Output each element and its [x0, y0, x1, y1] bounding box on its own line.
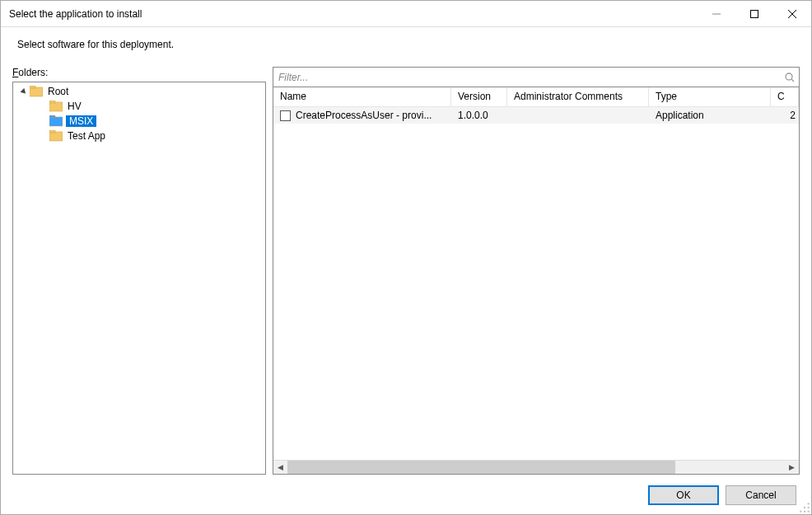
folder-icon — [30, 86, 43, 97]
filter-wrap — [273, 67, 800, 87]
application-list: Name Version Administrator Comments Type… — [273, 87, 800, 475]
column-header-version[interactable]: Version — [451, 87, 507, 106]
tree-label: Test App — [66, 130, 107, 142]
horizontal-scrollbar[interactable]: ◀ ▶ — [273, 460, 799, 474]
cell-type: Application — [649, 110, 771, 121]
tree-label: Root — [46, 86, 70, 97]
list-headers: Name Version Administrator Comments Type… — [273, 87, 799, 107]
app-name: CreateProcessAsUser - provi... — [296, 110, 432, 121]
svg-rect-7 — [49, 101, 55, 103]
folder-icon — [49, 130, 63, 142]
cell-name: CreateProcessAsUser - provi... — [273, 110, 451, 121]
svg-rect-5 — [30, 86, 35, 88]
expander-icon[interactable] — [18, 88, 30, 96]
minimize-button[interactable] — [698, 1, 735, 26]
folder-tree[interactable]: Root HV MSIX — [12, 82, 266, 475]
window-controls — [698, 1, 811, 26]
ok-button[interactable]: OK — [648, 485, 719, 505]
column-header-admin[interactable]: Administrator Comments — [507, 87, 649, 106]
dialog-content: Select software for this deployment. Fol… — [1, 27, 811, 514]
svg-point-14 — [808, 503, 810, 504]
dialog-buttons: OK Cancel — [12, 475, 800, 508]
svg-rect-11 — [49, 130, 55, 133]
close-button[interactable] — [773, 1, 811, 26]
svg-rect-8 — [49, 117, 63, 126]
svg-rect-1 — [751, 10, 758, 17]
tree-item-hv[interactable]: HV — [13, 99, 265, 114]
tree-label: HV — [66, 101, 83, 112]
titlebar: Select the application to install — [1, 1, 811, 27]
minimize-icon — [712, 10, 721, 18]
resize-grip-icon[interactable] — [799, 502, 810, 513]
folder-icon — [49, 101, 63, 112]
column-header-type[interactable]: Type — [649, 87, 771, 106]
scroll-thumb[interactable] — [287, 461, 675, 474]
tree-label: MSIX — [66, 115, 96, 127]
scroll-right-icon[interactable]: ▶ — [785, 461, 799, 475]
cell-extra: 2 — [771, 110, 799, 121]
folders-label: Folders: — [12, 67, 266, 78]
tree-item-root[interactable]: Root — [13, 84, 265, 99]
svg-rect-4 — [30, 87, 43, 96]
svg-rect-6 — [49, 102, 63, 111]
folder-icon — [49, 115, 63, 127]
svg-line-13 — [791, 79, 794, 82]
dialog-window: Select the application to install Select… — [0, 0, 812, 515]
svg-point-18 — [804, 511, 805, 513]
maximize-button[interactable] — [735, 1, 773, 26]
checkbox[interactable] — [280, 110, 291, 121]
cell-version: 1.0.0.0 — [451, 110, 507, 121]
close-icon — [788, 10, 796, 18]
scroll-track[interactable] — [287, 461, 785, 474]
svg-point-17 — [800, 511, 801, 513]
search-icon[interactable] — [781, 72, 799, 83]
scroll-left-icon[interactable]: ◀ — [273, 461, 287, 475]
svg-point-16 — [808, 507, 810, 508]
tree-item-msix[interactable]: MSIX — [13, 114, 265, 129]
window-title: Select the application to install — [9, 8, 698, 20]
svg-rect-10 — [49, 132, 63, 141]
svg-rect-9 — [49, 115, 55, 118]
svg-point-12 — [786, 73, 792, 80]
svg-point-19 — [808, 511, 810, 513]
filter-input[interactable] — [273, 70, 781, 85]
column-header-extra[interactable]: C — [771, 87, 799, 106]
column-header-name[interactable]: Name — [273, 87, 451, 106]
maximize-icon — [750, 10, 758, 18]
cancel-button[interactable]: Cancel — [726, 485, 796, 505]
list-column: Name Version Administrator Comments Type… — [273, 67, 800, 475]
svg-point-15 — [804, 507, 805, 508]
list-item[interactable]: CreateProcessAsUser - provi... 1.0.0.0 A… — [273, 107, 799, 124]
folders-column: Folders: Root — [12, 67, 266, 475]
body-panels: Folders: Root — [12, 67, 800, 475]
tree-item-testapp[interactable]: Test App — [13, 129, 265, 143]
instruction-text: Select software for this deployment. — [17, 39, 800, 50]
list-rows: CreateProcessAsUser - provi... 1.0.0.0 A… — [273, 107, 799, 460]
